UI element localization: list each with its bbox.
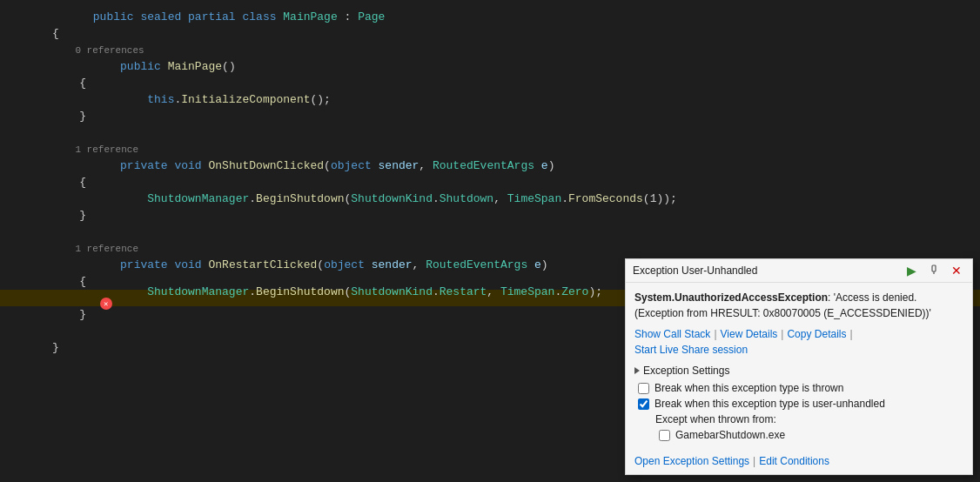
exception-settings-header: Exception Settings [634,365,963,377]
code-line [0,124,980,141]
popup-footer: Open Exception Settings | Edit Condition… [626,452,972,474]
exception-type: System.UnauthorizedAccessException [634,291,828,304]
pin-button[interactable] [925,263,943,278]
gamebar-checkbox[interactable] [659,430,670,441]
checkbox-row-unhandled: Break when this exception type is user-u… [638,398,963,410]
exception-links: Show Call Stack | View Details | Copy De… [634,328,963,356]
code-line: } [0,207,980,224]
close-button[interactable]: ✕ [948,263,965,278]
exception-message: System.UnauthorizedAccessException: 'Acc… [634,290,963,321]
continue-button[interactable]: ▶ [903,263,920,278]
code-line: private void OnShutDownClicked(object se… [0,157,980,174]
code-line: public MainPage() [0,58,980,75]
code-line: public sealed partial class MainPage : P… [0,9,980,25]
collapse-triangle-icon [634,367,640,374]
popup-body: System.UnauthorizedAccessException: 'Acc… [626,283,972,452]
error-indicator [100,298,112,310]
section-title: Exception Settings [643,365,729,377]
code-line: { [0,25,980,42]
show-call-stack-link[interactable]: Show Call Stack [634,328,710,340]
break-when-thrown-label: Break when this exception type is thrown [654,382,843,394]
svg-rect-0 [932,265,936,271]
gamebar-label: GamebarShutdown.exe [675,429,785,441]
code-line [0,224,980,240]
copy-details-link[interactable]: Copy Details [787,328,846,340]
break-when-thrown-checkbox[interactable] [638,383,649,394]
popup-actions: ▶ ✕ [903,263,965,278]
edit-conditions-link[interactable]: Edit Conditions [759,455,829,467]
open-exception-settings-link[interactable]: Open Exception Settings [634,455,749,467]
popup-titlebar: Exception User-Unhandled ▶ ✕ [626,259,972,283]
checkbox-row-thrown: Break when this exception type is thrown [638,382,963,394]
exception-popup: Exception User-Unhandled ▶ ✕ System.Unau… [625,258,973,475]
except-label: Except when thrown from: [655,413,963,425]
popup-title: Exception User-Unhandled [633,264,757,277]
break-when-unhandled-label: Break when this exception type is user-u… [654,398,885,410]
view-details-link[interactable]: View Details [721,328,778,340]
break-when-unhandled-checkbox[interactable] [638,398,649,410]
code-line: ShutdownManager.BeginShutdown(ShutdownKi… [0,191,980,207]
checkbox-row-gamebar: GamebarShutdown.exe [659,429,963,441]
code-line: this.InitializeComponent(); [0,91,980,108]
except-section: Except when thrown from: GamebarShutdown… [655,413,963,441]
code-line: } [0,108,980,124]
start-live-share-link[interactable]: Start Live Share session [634,344,748,356]
